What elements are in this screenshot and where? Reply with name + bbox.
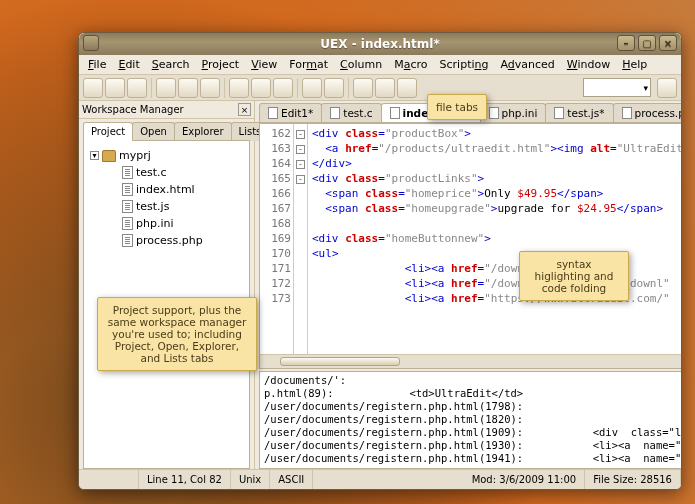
file-tab[interactable]: Edit1* xyxy=(259,103,322,122)
file-icon xyxy=(122,183,133,196)
status-modified: Mod: 3/6/2009 11:00 xyxy=(464,470,586,489)
tree-file[interactable]: php.ini xyxy=(88,215,245,232)
scrollbar-thumb[interactable] xyxy=(280,357,400,366)
tree-file[interactable]: test.c xyxy=(88,164,245,181)
file-icon xyxy=(489,107,499,119)
statusbar: Line 11, Col 82 Unix ASCII Mod: 3/6/2009… xyxy=(79,469,681,489)
callout-workspace: Project support, plus the same workspace… xyxy=(97,297,257,371)
menu-edit[interactable]: Edit xyxy=(113,56,144,73)
tab-open[interactable]: Open xyxy=(132,122,175,141)
status-blank xyxy=(79,470,139,489)
file-tab[interactable]: php.ini xyxy=(480,103,547,122)
tool-config-icon[interactable] xyxy=(397,78,417,98)
callout-file-tabs: file tabs xyxy=(427,94,487,120)
tree-file[interactable]: process.php xyxy=(88,232,245,249)
collapse-icon[interactable]: ▾ xyxy=(90,151,99,160)
status-position: Line 11, Col 82 xyxy=(139,470,231,489)
menu-project[interactable]: Project xyxy=(197,56,245,73)
menu-search[interactable]: Search xyxy=(147,56,195,73)
tool-paste-icon[interactable] xyxy=(273,78,293,98)
toolbar-combobox[interactable] xyxy=(583,78,651,97)
titlebar[interactable]: UEX - index.html* – ▢ × xyxy=(79,33,681,55)
scrollbar-horizontal[interactable] xyxy=(260,354,681,368)
callout-syntax: syntax higlighting and code folding xyxy=(519,251,629,301)
code-editor[interactable]: 162 163 164 165 166 167 168 169 170 171 … xyxy=(259,123,681,369)
tree-file[interactable]: test.js xyxy=(88,198,245,215)
tool-undo-icon[interactable] xyxy=(302,78,322,98)
menu-view[interactable]: View xyxy=(246,56,282,73)
menu-column[interactable]: Column xyxy=(335,56,387,73)
tool-ftp-icon[interactable] xyxy=(375,78,395,98)
tool-saveall-icon[interactable] xyxy=(178,78,198,98)
menu-format[interactable]: Format xyxy=(284,56,333,73)
tool-redo-icon[interactable] xyxy=(324,78,344,98)
fold-column[interactable]: - - - - xyxy=(294,124,308,368)
tab-explorer[interactable]: Explorer xyxy=(174,122,232,141)
menu-file[interactable]: File xyxy=(83,56,111,73)
tool-cut-icon[interactable] xyxy=(229,78,249,98)
workspace-close-button[interactable]: × xyxy=(238,103,251,116)
folder-icon xyxy=(102,150,116,162)
file-icon xyxy=(390,107,400,119)
minimize-button[interactable]: – xyxy=(617,35,635,51)
tool-save-icon[interactable] xyxy=(156,78,176,98)
tab-project[interactable]: Project xyxy=(83,122,133,141)
code-content[interactable]: <div class="productBox"> <a href="/produ… xyxy=(308,124,681,368)
file-icon xyxy=(268,107,278,119)
menu-scripting[interactable]: Scripting xyxy=(435,56,494,73)
file-icon xyxy=(622,107,632,119)
output-panel[interactable]: /documents/': p.html(89): <td>UltraEdit<… xyxy=(259,371,681,469)
status-encoding: ASCII xyxy=(270,470,313,489)
menubar: File Edit Search Project View Format Col… xyxy=(79,55,681,75)
tool-help-icon[interactable] xyxy=(657,78,677,98)
file-tab[interactable]: test.c xyxy=(321,103,381,122)
close-button[interactable]: × xyxy=(659,35,677,51)
line-number-gutter: 162 163 164 165 166 167 168 169 170 171 … xyxy=(260,124,294,368)
file-icon xyxy=(122,200,133,213)
tool-new-icon[interactable] xyxy=(83,78,103,98)
tool-close-icon[interactable] xyxy=(127,78,147,98)
maximize-button[interactable]: ▢ xyxy=(638,35,656,51)
system-menu-icon[interactable] xyxy=(83,35,99,51)
menu-advanced[interactable]: Advanced xyxy=(495,56,559,73)
file-tab[interactable]: process.php xyxy=(613,103,682,122)
menu-macro[interactable]: Macro xyxy=(389,56,432,73)
file-tab[interactable]: test.js* xyxy=(545,103,613,122)
tool-open-icon[interactable] xyxy=(105,78,125,98)
file-icon xyxy=(330,107,340,119)
tree-root[interactable]: ▾ myprj xyxy=(88,147,245,164)
file-icon xyxy=(122,217,133,230)
file-icon xyxy=(554,107,564,119)
file-icon xyxy=(122,234,133,247)
status-eol: Unix xyxy=(231,470,270,489)
menu-window[interactable]: Window xyxy=(562,56,615,73)
status-filesize: File Size: 28516 xyxy=(585,470,681,489)
workspace-title: Workspace Manager xyxy=(82,104,184,115)
app-window: UEX - index.html* – ▢ × File Edit Search… xyxy=(78,32,682,490)
tool-print-icon[interactable] xyxy=(200,78,220,98)
window-title: UEX - index.html* xyxy=(320,37,439,51)
tool-find-icon[interactable] xyxy=(353,78,373,98)
toolbar xyxy=(79,75,681,101)
tree-file[interactable]: index.html xyxy=(88,181,245,198)
tool-copy-icon[interactable] xyxy=(251,78,271,98)
workspace-panel: Workspace Manager × Project Open Explore… xyxy=(79,101,255,469)
menu-help[interactable]: Help xyxy=(617,56,652,73)
file-icon xyxy=(122,166,133,179)
workspace-tabs: Project Open Explorer Lists xyxy=(79,119,254,141)
